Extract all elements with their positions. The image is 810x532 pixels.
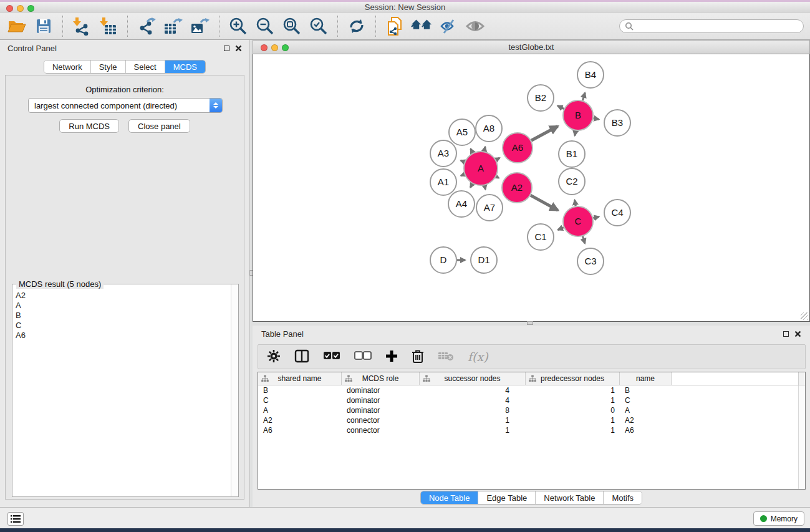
- open-file-icon[interactable]: [6, 16, 27, 37]
- export-table-icon[interactable]: [163, 16, 184, 37]
- edge-C-C4[interactable]: [593, 217, 599, 218]
- graph-node-A3[interactable]: A3: [430, 140, 456, 167]
- close-panel-icon[interactable]: [235, 45, 242, 52]
- tab-network[interactable]: Network: [44, 60, 90, 73]
- edge-A-A5[interactable]: [471, 149, 473, 153]
- horizontal-splitter-handle[interactable]: [527, 321, 533, 325]
- column-header-successor-nodes[interactable]: successor nodes: [420, 372, 526, 385]
- table-row[interactable]: A2connector11A2: [258, 415, 805, 425]
- clone-network-icon[interactable]: [384, 16, 405, 37]
- close-view-button[interactable]: [261, 44, 268, 51]
- export-network-icon[interactable]: [136, 16, 157, 37]
- edge-C-C1[interactable]: [558, 228, 564, 230]
- save-session-icon[interactable]: [33, 16, 54, 37]
- tab-node-table[interactable]: Node Table: [421, 491, 478, 504]
- zoom-selected-icon[interactable]: [308, 16, 329, 37]
- zoom-window-button[interactable]: [27, 5, 34, 12]
- network-canvas[interactable]: B4B2BB3A5A8A6A3B1AA1C2A2A4A7CC4C1C3DD1: [253, 54, 810, 322]
- show-panels-icon[interactable]: [465, 16, 486, 37]
- tab-style[interactable]: Style: [90, 60, 125, 73]
- network-window-titlebar[interactable]: testGlobe.txt: [253, 40, 810, 54]
- edge-A-A3[interactable]: [461, 160, 465, 162]
- column-header-MCDS-role[interactable]: MCDS role: [342, 372, 420, 385]
- edge-A-A1[interactable]: [461, 175, 465, 176]
- graph-node-C[interactable]: C: [563, 206, 593, 236]
- graph-node-A8[interactable]: A8: [476, 115, 502, 142]
- graph-node-B4[interactable]: B4: [577, 62, 604, 88]
- graph-node-A4[interactable]: A4: [448, 191, 475, 217]
- graph-node-A1[interactable]: A1: [430, 169, 456, 195]
- export-image-icon[interactable]: [190, 16, 211, 37]
- edge-A-A7[interactable]: [485, 185, 485, 189]
- edge-B-B3[interactable]: [594, 118, 599, 120]
- graph-node-C4[interactable]: C4: [604, 200, 630, 226]
- graph-node-C3[interactable]: C3: [577, 248, 604, 274]
- tab-edge-table[interactable]: Edge Table: [478, 491, 535, 504]
- graph-node-D[interactable]: D: [430, 247, 456, 273]
- edge-A-A6[interactable]: [496, 158, 499, 160]
- graph-node-D1[interactable]: D1: [471, 247, 497, 273]
- edge-A-A4[interactable]: [470, 184, 472, 188]
- table-row[interactable]: Adominator80A: [258, 405, 805, 415]
- graph-node-B3[interactable]: B3: [604, 110, 630, 136]
- refresh-icon[interactable]: [346, 16, 367, 37]
- edge-B-B4[interactable]: [582, 93, 585, 100]
- tab-mcds[interactable]: MCDS: [165, 60, 205, 73]
- table-scrollbar[interactable]: [798, 385, 805, 489]
- graph-node-B2[interactable]: B2: [528, 85, 554, 111]
- zoom-fit-icon[interactable]: [281, 16, 302, 37]
- result-item[interactable]: A: [13, 301, 230, 311]
- graph-node-B[interactable]: B: [563, 100, 593, 130]
- tab-network-table[interactable]: Network Table: [535, 491, 603, 504]
- hide-panels-icon[interactable]: [438, 16, 459, 37]
- graph-node-B1[interactable]: B1: [559, 141, 585, 167]
- tab-motifs[interactable]: Motifs: [603, 491, 642, 504]
- graph-node-C2[interactable]: C2: [559, 168, 585, 195]
- close-window-button[interactable]: [6, 5, 13, 12]
- edge-A-A2[interactable]: [496, 177, 499, 178]
- edge-A2-C[interactable]: [531, 195, 558, 210]
- import-network-icon[interactable]: [71, 16, 92, 37]
- float-panel-icon[interactable]: [224, 46, 229, 51]
- edge-A-A8[interactable]: [485, 147, 485, 151]
- memory-button[interactable]: Memory: [753, 511, 804, 526]
- zoom-in-icon[interactable]: [228, 16, 249, 37]
- zoom-out-icon[interactable]: [254, 16, 276, 37]
- result-item[interactable]: C: [13, 321, 230, 331]
- column-header-name[interactable]: name: [620, 372, 672, 385]
- result-item[interactable]: B: [13, 311, 230, 321]
- edge-C-C2[interactable]: [575, 200, 576, 206]
- home-icon[interactable]: [411, 16, 432, 37]
- deselect-all-columns-icon[interactable]: [354, 351, 372, 362]
- graph-node-C1[interactable]: C1: [528, 224, 554, 250]
- graph-node-A6[interactable]: A6: [503, 133, 533, 163]
- float-table-panel-icon[interactable]: [783, 331, 789, 337]
- select-all-columns-icon[interactable]: [323, 351, 340, 362]
- edge-B-B1[interactable]: [575, 131, 576, 136]
- import-table-icon[interactable]: [98, 16, 119, 37]
- resize-grip-icon[interactable]: [801, 312, 808, 320]
- table-row[interactable]: A6connector11A6: [258, 425, 805, 435]
- graph-node-A5[interactable]: A5: [449, 119, 475, 145]
- graph-node-A[interactable]: A: [464, 152, 498, 185]
- minimize-window-button[interactable]: [17, 5, 24, 12]
- edge-B-B2[interactable]: [557, 106, 564, 109]
- close-table-panel-icon[interactable]: [794, 331, 801, 337]
- result-item[interactable]: A2: [13, 291, 230, 301]
- column-header-predecessor-nodes[interactable]: predecessor nodes: [526, 372, 620, 385]
- column-header-shared-name[interactable]: shared name: [258, 372, 342, 385]
- add-column-icon[interactable]: [385, 350, 398, 364]
- zoom-view-button[interactable]: [282, 44, 289, 51]
- delete-column-icon[interactable]: [412, 349, 424, 365]
- minimize-view-button[interactable]: [271, 44, 278, 51]
- optimization-dropdown[interactable]: largest connected component (directed): [28, 98, 223, 113]
- graph-node-A7[interactable]: A7: [476, 195, 503, 221]
- close-panel-button[interactable]: Close panel: [128, 119, 190, 133]
- graph-node-A2[interactable]: A2: [502, 173, 532, 203]
- run-mcds-button[interactable]: Run MCDS: [59, 119, 119, 133]
- table-row[interactable]: Bdominator41B: [258, 385, 805, 395]
- edge-A6-B[interactable]: [531, 126, 557, 140]
- search-input[interactable]: [636, 22, 798, 31]
- result-item[interactable]: A6: [13, 331, 230, 341]
- task-history-button[interactable]: [7, 512, 24, 526]
